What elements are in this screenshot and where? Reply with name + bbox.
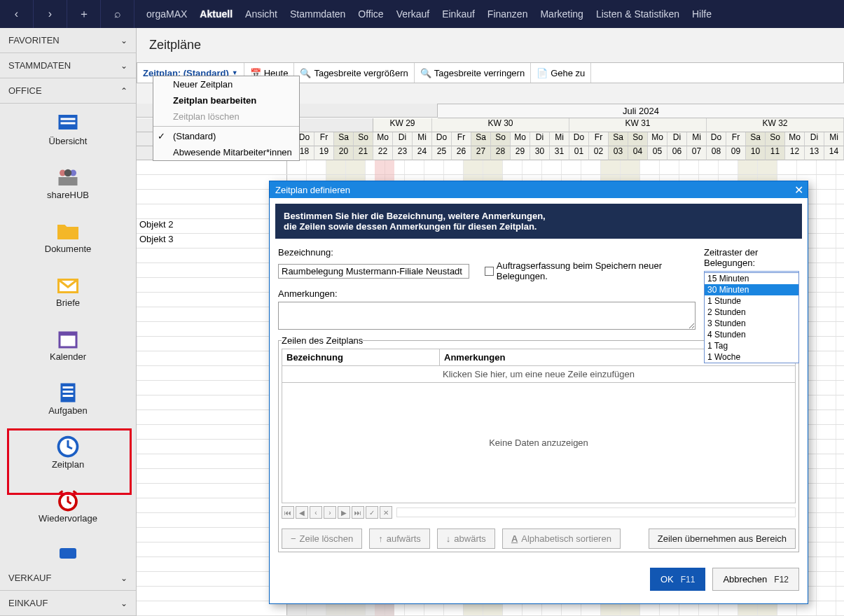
calendar-cell[interactable]: [660, 160, 679, 174]
calendar-cell[interactable]: [817, 513, 836, 527]
calendar-cell[interactable]: [817, 557, 836, 571]
sidebar-item-sharehub[interactable]: shareHUB: [47, 167, 89, 200]
col-bezeichnung[interactable]: Bezeichnung: [282, 349, 440, 365]
menu-neuer-zeitplan[interactable]: Neuer Zeitplan: [153, 76, 299, 92]
sidebar-item-dokumente[interactable]: Dokumente: [45, 221, 91, 254]
nav-forward[interactable]: ›: [324, 506, 336, 519]
zoom-out-button[interactable]: 🔍 Tagesbreite verringern: [415, 63, 531, 83]
calendar-cell[interactable]: [817, 219, 836, 233]
nav-last[interactable]: ⏭: [352, 506, 364, 519]
zeitraster-option[interactable]: 1 Tag: [705, 340, 798, 351]
zeile-loeschen-button[interactable]: − Zeile löschen: [282, 528, 362, 549]
calendar-cell[interactable]: [817, 601, 836, 615]
bezeichnung-input[interactable]: [278, 264, 469, 279]
calendar-cell[interactable]: [581, 160, 601, 174]
calendar-cell[interactable]: [817, 337, 836, 351]
calendar-cell[interactable]: [817, 278, 836, 292]
sidebar-section-office[interactable]: OFFICE ⌃: [0, 78, 136, 104]
uebernehmen-button[interactable]: Zeilen übernehmen aus Bereich: [649, 528, 796, 549]
nav-first[interactable]: ⏮: [282, 506, 294, 519]
calendar-row[interactable]: [137, 160, 844, 175]
calendar-cell[interactable]: [817, 190, 836, 204]
calendar-cell[interactable]: [542, 160, 562, 174]
zeitraster-option[interactable]: 4 Stunden: [705, 329, 798, 340]
calendar-cell[interactable]: [797, 160, 817, 174]
calendar-cell[interactable]: [483, 160, 503, 174]
zeitraster-option[interactable]: 3 Stunden: [705, 318, 798, 329]
sidebar-section-stammdaten[interactable]: STAMMDATEN ⌄: [0, 53, 136, 78]
back-button[interactable]: ‹: [0, 0, 34, 28]
zeitraster-option[interactable]: 2 Stunden: [705, 307, 798, 318]
calendar-cell[interactable]: [817, 366, 836, 380]
calendar-cell[interactable]: [444, 160, 464, 174]
anmerkungen-textarea[interactable]: [278, 302, 696, 330]
sidebar-item-aufgaben[interactable]: Aufgaben: [48, 383, 88, 416]
calendar-cell[interactable]: [405, 160, 424, 174]
sidebar-item-briefe[interactable]: Briefe: [55, 275, 81, 308]
menu-ansicht[interactable]: Ansicht: [245, 8, 277, 20]
menu-abwesende[interactable]: Abwesende Mitarbeiter*innen: [153, 144, 299, 160]
calendar-cell[interactable]: [817, 307, 836, 321]
calendar-cell[interactable]: [621, 160, 640, 174]
calendar-cell[interactable]: [307, 160, 326, 174]
menu-aktuell[interactable]: Aktuell: [200, 8, 233, 20]
calendar-cell[interactable]: [640, 160, 660, 174]
calendar-cell[interactable]: [817, 351, 836, 365]
calendar-cell[interactable]: [817, 498, 836, 512]
calendar-cell[interactable]: [817, 248, 836, 262]
abwaerts-button[interactable]: ↓ abwärts: [437, 528, 495, 549]
calendar-cell[interactable]: [817, 410, 836, 424]
calendar-cell[interactable]: [738, 160, 758, 174]
sidebar-item-wiedervorlage[interactable]: Wiedervorlage: [39, 491, 97, 524]
grid-add-row[interactable]: Klicken Sie hier, um eine neue Zeile ein…: [282, 366, 796, 383]
menu-stammdaten[interactable]: Stammdaten: [290, 8, 345, 20]
calendar-cell[interactable]: [758, 160, 777, 174]
nav-next[interactable]: ▶: [338, 506, 350, 519]
calendar-cell[interactable]: [679, 160, 699, 174]
nav-confirm[interactable]: ✓: [366, 506, 378, 519]
aufwaerts-button[interactable]: ↑ aufwärts: [369, 528, 430, 549]
calendar-cell[interactable]: [817, 528, 836, 542]
zoom-in-button[interactable]: 🔍 Tagesbreite vergrößern: [294, 63, 414, 83]
menu-hilfe[interactable]: Hilfe: [692, 8, 712, 20]
zeitraster-option[interactable]: 15 Minuten: [705, 273, 798, 284]
gehe-zu-button[interactable]: 📄 Gehe zu: [531, 63, 591, 83]
calendar-cell[interactable]: [503, 160, 523, 174]
calendar-cell[interactable]: [817, 484, 836, 498]
menu-verkauf[interactable]: Verkauf: [396, 8, 429, 20]
calendar-cell[interactable]: [817, 469, 836, 483]
sidebar-section-favoriten[interactable]: FAVORITEN ⌄: [0, 28, 136, 53]
calendar-cell[interactable]: [817, 542, 836, 556]
forward-button[interactable]: ›: [34, 0, 67, 28]
calendar-cell[interactable]: [817, 234, 836, 248]
calendar-cell[interactable]: [719, 160, 738, 174]
sidebar-section-einkauf[interactable]: EINKAUF ⌄: [0, 591, 136, 616]
sidebar-item-uebersicht[interactable]: Übersicht: [49, 113, 88, 146]
nav-cancel[interactable]: ✕: [380, 506, 392, 519]
nav-back[interactable]: ‹: [310, 506, 322, 519]
menu-zeitplan-bearbeiten[interactable]: Zeitplan bearbeiten: [153, 92, 299, 108]
calendar-cell[interactable]: [326, 160, 346, 174]
calendar-cell[interactable]: [346, 160, 366, 174]
auftragserfassung-checkbox[interactable]: Auftragserfassung beim Speichern neuer B…: [485, 260, 704, 281]
col-anmerkungen[interactable]: Anmerkungen: [440, 349, 509, 365]
calendar-cell[interactable]: [817, 160, 836, 174]
calendar-cell[interactable]: [817, 396, 836, 410]
calendar-cell[interactable]: [817, 381, 836, 395]
calendar-cell[interactable]: [817, 175, 836, 189]
calendar-cell[interactable]: [562, 160, 581, 174]
calendar-cell[interactable]: [817, 454, 836, 468]
calendar-cell[interactable]: [777, 160, 797, 174]
menu-listen[interactable]: Listen & Statistiken: [596, 8, 679, 20]
sidebar-section-verkauf[interactable]: VERKAUF ⌄: [0, 566, 136, 591]
ok-button[interactable]: OK F11: [650, 568, 705, 591]
menu-standard[interactable]: ✓ (Standard): [153, 128, 299, 144]
calendar-cell[interactable]: [523, 160, 542, 174]
calendar-cell[interactable]: [817, 587, 836, 601]
calendar-cell[interactable]: [424, 160, 444, 174]
close-button[interactable]: ✕: [794, 183, 803, 197]
sort-button[interactable]: A Alphabetisch sortieren: [502, 528, 621, 549]
calendar-cell[interactable]: [287, 160, 307, 174]
calendar-cell[interactable]: [817, 263, 836, 277]
zeitraster-option[interactable]: 1 Woche: [705, 351, 798, 363]
